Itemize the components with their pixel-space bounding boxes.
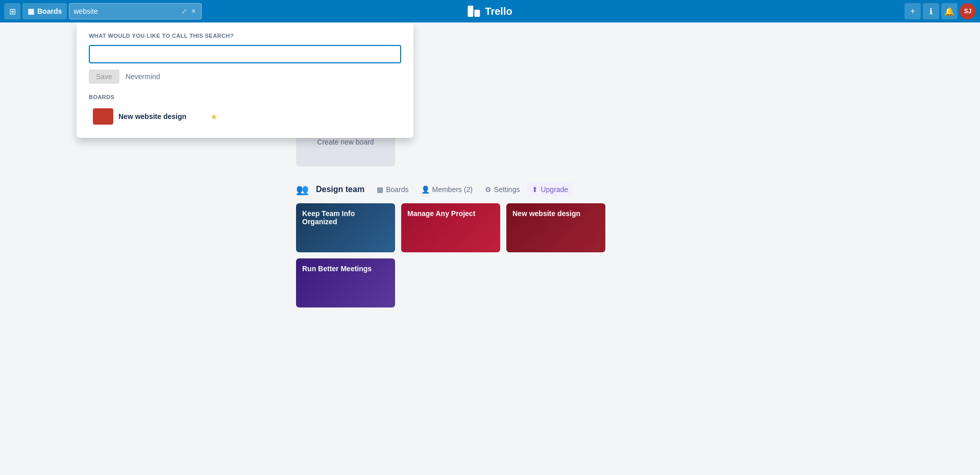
expand-search-button[interactable]: ⤢: [181, 7, 188, 16]
team-board-card-1[interactable]: Manage Any Project: [401, 203, 500, 252]
team-boards-tab[interactable]: ▦ Boards: [372, 183, 413, 196]
boards-icon: ▦: [28, 7, 34, 15]
info-button[interactable]: ℹ: [923, 3, 939, 19]
expand-icon: ⤢: [182, 8, 187, 15]
team-section: 👥 Design team ▦ Boards 👤 Members (2) ⚙ S…: [296, 183, 684, 307]
boards-nav-button[interactable]: ▦ Boards: [22, 3, 67, 19]
team-board-title-3: Run Better Meetings: [302, 265, 372, 273]
team-board-card-3[interactable]: Run Better Meetings: [296, 258, 395, 307]
nevermind-link[interactable]: Nevermind: [126, 73, 160, 81]
team-boards-grid: Keep Team Info Organized Manage Any Proj…: [296, 203, 684, 307]
star-icon[interactable]: ★: [210, 112, 217, 122]
members-tab-label: Members (2): [432, 185, 473, 194]
logo-text: Trello: [485, 6, 512, 17]
team-board-card-2[interactable]: New website design: [506, 203, 605, 252]
add-button[interactable]: +: [904, 3, 921, 19]
team-board-title-1: Manage Any Project: [407, 209, 475, 218]
team-board-card-0[interactable]: Keep Team Info Organized: [296, 203, 395, 252]
boards-results-label: BOARDS: [89, 94, 401, 100]
search-actions: Save Nevermind: [89, 69, 401, 84]
boards-tab-label: Boards: [386, 185, 408, 194]
team-members-tab[interactable]: 👤 Members (2): [416, 183, 478, 196]
board-result-item[interactable]: New website design ★: [89, 105, 222, 128]
team-icon: 👥: [296, 183, 309, 196]
save-search-button[interactable]: Save: [89, 69, 119, 84]
team-board-title-0: Keep Team Info Organized: [302, 209, 355, 226]
header-right-actions: + ℹ 🔔 SJ: [904, 3, 976, 19]
search-name-prompt: WHAT WOULD YOU LIKE TO CALL THIS SEARCH?: [89, 33, 401, 39]
create-board-label: Create new board: [317, 138, 374, 146]
upgrade-icon: ⬆: [532, 185, 538, 194]
trello-logo-icon: [468, 6, 482, 17]
upgrade-tab-label: Upgrade: [541, 185, 568, 194]
close-icon: ✕: [191, 8, 196, 15]
home-button[interactable]: ⊞: [4, 3, 20, 19]
team-header: 👥 Design team ▦ Boards 👤 Members (2) ⚙ S…: [296, 183, 684, 196]
team-upgrade-tab[interactable]: ⬆ Upgrade: [527, 183, 573, 196]
search-name-input[interactable]: [89, 45, 401, 63]
search-dropdown: WHAT WOULD YOU LIKE TO CALL THIS SEARCH?…: [77, 22, 413, 138]
team-name: Design team: [316, 185, 364, 194]
team-navigation: ▦ Boards 👤 Members (2) ⚙ Settings ⬆ Upgr…: [372, 183, 573, 196]
search-bar-icons: ⤢ ✕: [181, 7, 197, 16]
search-bar: ⤢ ✕: [69, 3, 202, 19]
team-settings-tab[interactable]: ⚙ Settings: [480, 183, 525, 196]
bell-icon: 🔔: [944, 7, 954, 16]
avatar-initials: SJ: [964, 8, 972, 15]
clear-search-button[interactable]: ✕: [190, 7, 197, 16]
board-result-name: New website design: [118, 112, 205, 121]
board-color-thumbnail: [93, 108, 113, 125]
members-tab-icon: 👤: [421, 185, 430, 194]
settings-tab-label: Settings: [494, 185, 520, 194]
team-board-title-2: New website design: [512, 209, 580, 218]
boards-nav-label: Boards: [37, 7, 62, 15]
user-avatar-button[interactable]: SJ: [960, 3, 976, 19]
boards-tab-icon: ▦: [377, 185, 383, 194]
notifications-button[interactable]: 🔔: [941, 3, 958, 19]
info-icon: ℹ: [929, 7, 933, 16]
settings-icon: ⚙: [485, 185, 492, 194]
search-input[interactable]: [74, 7, 179, 15]
home-icon: ⊞: [9, 7, 16, 16]
app-logo: Trello: [468, 6, 512, 17]
add-icon: +: [910, 7, 915, 16]
app-header: ⊞ ▦ Boards ⤢ ✕ Trello + ℹ 🔔: [0, 0, 980, 22]
